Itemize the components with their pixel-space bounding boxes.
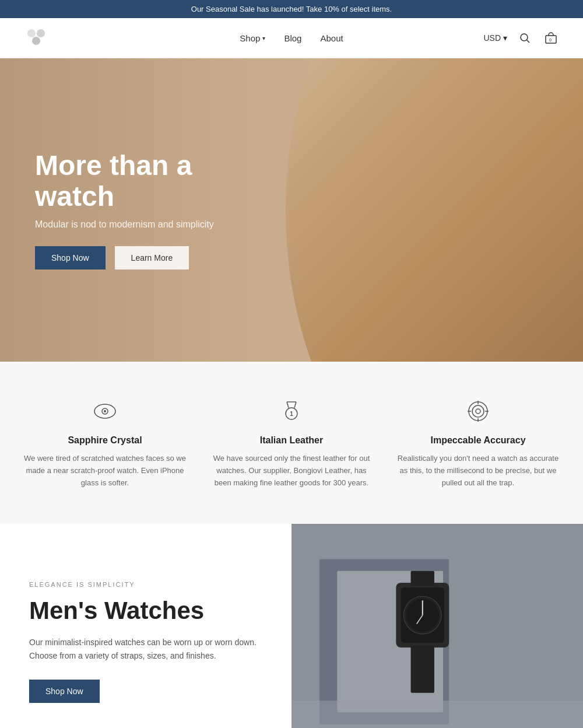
features-section: Sapphire Crystal We were tired of scratc… xyxy=(0,362,583,524)
svg-point-16 xyxy=(472,405,484,417)
nav-blog[interactable]: Blog xyxy=(284,33,301,43)
svg-point-9 xyxy=(104,410,106,412)
logo[interactable] xyxy=(23,25,49,51)
svg-point-17 xyxy=(476,409,480,414)
feature-leather-desc: We have sourced only the finest leather … xyxy=(210,453,373,489)
hero-content: More than a watch Modular is nod to mode… xyxy=(0,150,292,270)
feature-sapphire: Sapphire Crystal We were tired of scratc… xyxy=(23,397,187,489)
watch-illustration xyxy=(292,524,583,728)
mens-bg xyxy=(292,524,583,728)
svg-rect-32 xyxy=(411,646,434,693)
feature-leather: 1 Italian Leather We have sourced only t… xyxy=(210,397,373,489)
cart-icon: 0 xyxy=(545,32,557,44)
mens-shop-now-button[interactable]: Shop Now xyxy=(29,680,100,703)
mens-watches-section: ELEGANCE IS SIMPLICITY Men's Watches Our… xyxy=(0,524,583,728)
announcement-text: Our Seasonal Sale has launched! Take 10%… xyxy=(191,5,392,13)
hero-subtitle: Modular is nod to modernism and simplici… xyxy=(35,219,257,230)
svg-rect-33 xyxy=(292,701,583,728)
mens-watches-image xyxy=(292,524,583,728)
hero-section: More than a watch Modular is nod to mode… xyxy=(0,58,583,362)
currency-selector[interactable]: USD ▾ xyxy=(483,33,507,43)
mens-eyebrow: ELEGANCE IS SIMPLICITY xyxy=(29,581,135,588)
feature-sapphire-desc: We were tired of scratched watches faces… xyxy=(23,453,187,489)
currency-chevron-icon: ▾ xyxy=(503,33,507,43)
svg-line-13 xyxy=(294,402,296,408)
svg-point-2 xyxy=(32,37,40,45)
svg-line-12 xyxy=(287,402,289,408)
svg-text:1: 1 xyxy=(290,411,293,417)
shop-chevron-icon: ▾ xyxy=(262,35,265,41)
mens-desc: Our minimalist-inspired watches can be w… xyxy=(29,636,262,664)
nav-about[interactable]: About xyxy=(320,33,343,43)
svg-text:0: 0 xyxy=(549,38,552,42)
logo-icon xyxy=(23,25,49,51)
mens-title: Men's Watches xyxy=(29,597,204,624)
announcement-bar: Our Seasonal Sale has launched! Take 10%… xyxy=(0,0,583,18)
hero-buttons: Shop Now Learn More xyxy=(35,246,257,270)
nav-shop[interactable]: Shop ▾ xyxy=(240,33,265,43)
feature-leather-title: Italian Leather xyxy=(210,435,373,446)
hero-title: More than a watch xyxy=(35,150,257,212)
feature-accuracy-desc: Realistically you don't need a watch as … xyxy=(396,453,560,489)
feature-accuracy-title: Impeccable Accuracy xyxy=(396,435,560,446)
search-button[interactable] xyxy=(517,30,533,46)
header: Shop ▾ Blog About USD ▾ 0 xyxy=(0,18,583,58)
eye-icon xyxy=(90,397,120,426)
mens-watches-content: ELEGANCE IS SIMPLICITY Men's Watches Our… xyxy=(0,524,292,728)
svg-point-3 xyxy=(521,34,528,41)
hero-learn-more-button[interactable]: Learn More xyxy=(115,246,189,270)
svg-point-0 xyxy=(27,29,36,37)
main-nav: Shop ▾ Blog About xyxy=(240,33,343,43)
target-icon xyxy=(463,397,493,426)
svg-point-15 xyxy=(469,402,487,421)
feature-sapphire-title: Sapphire Crystal xyxy=(23,435,187,446)
feature-accuracy: Impeccable Accuracy Realistically you do… xyxy=(396,397,560,489)
svg-rect-31 xyxy=(411,571,434,586)
cart-button[interactable]: 0 xyxy=(542,29,560,47)
medal-icon: 1 xyxy=(277,397,306,426)
svg-point-1 xyxy=(37,29,45,37)
hero-shop-now-button[interactable]: Shop Now xyxy=(35,246,106,270)
svg-line-4 xyxy=(527,40,530,43)
search-icon xyxy=(519,32,531,44)
header-actions: USD ▾ 0 xyxy=(483,29,560,47)
